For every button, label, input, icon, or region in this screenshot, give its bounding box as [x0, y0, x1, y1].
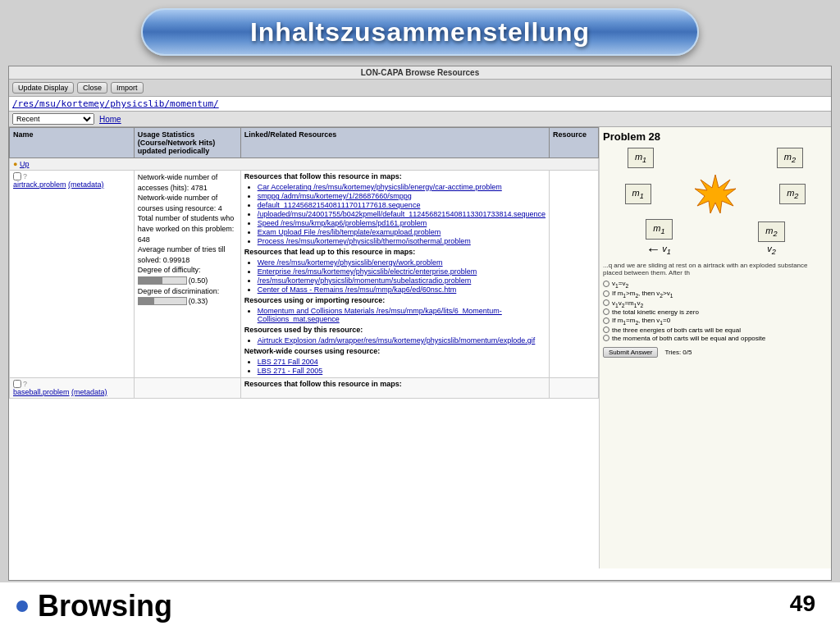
linked-exam-link[interactable]: Exam Upload File /res/lib/template/examu… [258, 228, 441, 236]
airtrack-checkbox[interactable] [13, 172, 21, 180]
radio-circle-4[interactable] [603, 308, 609, 315]
table-row-baseball: ? baseball.problem (metadata) Resources … [10, 378, 599, 399]
radio-option-1: v1=v2 [603, 280, 828, 289]
browsing-label: Browsing [38, 589, 172, 623]
left-panel: Name Usage Statistics (Course/Network Hi… [9, 127, 600, 568]
recent-dropdown[interactable]: Recent [12, 113, 94, 125]
nav-bar: Recent Home [9, 112, 831, 127]
radio-circle-6[interactable] [603, 326, 609, 333]
svg-marker-0 [695, 175, 736, 213]
airtrack-stats-text: Network-wide number of accesses (hits): … [138, 172, 237, 307]
explosion-icon [695, 173, 736, 214]
radio-circle-3[interactable] [603, 299, 609, 306]
radio-option-5: If m1=m2, then v1=0 [603, 317, 828, 326]
airtrack-stats-cell: Network-wide number of accesses (hits): … [134, 171, 240, 378]
radio-option-6: the three energies of both carts will be… [603, 326, 828, 334]
course-lbs-2004-link[interactable]: LBS 271 Fall 2004 [258, 358, 318, 366]
radio-circle-2[interactable] [603, 290, 609, 297]
using-momentum-link[interactable]: Momentum and Collisions Materials /res/m… [258, 307, 502, 323]
linked-default1-link[interactable]: default_1124568215408111701177618.sequen… [258, 201, 421, 209]
linked-uploaded-link[interactable]: /uploaded/msu/24001755/b042kpmell/defaul… [258, 210, 546, 218]
m2-box-1: m2 [777, 148, 803, 168]
arrow-left-icon: ← [646, 241, 660, 258]
lead-enterprise-link[interactable]: Enterprise /res/msu/kortemey/physicslib/… [258, 267, 477, 276]
col-linked: Linked/Related Resources [240, 128, 549, 158]
table-row-airtrack: ? airtrack.problem (metadata) Network-wi… [10, 171, 599, 378]
baseball-stats-cell [134, 378, 240, 399]
path-bar: /res/msu/kortemey/physicslib/momentum/ [9, 97, 831, 112]
slide-title: Inhaltszusammenstellung [250, 17, 590, 48]
baseball-resource-cell [550, 378, 599, 399]
lead-centerofmass-link[interactable]: Center of Mass - Remains /res/msu/mmp/ka… [258, 285, 457, 294]
baseball-metadata-link[interactable]: (metadata) [71, 388, 107, 396]
page-number: 49 [790, 591, 815, 617]
radio-option-3: v1v2=m1v2 [603, 299, 828, 308]
col-name: Name [10, 128, 135, 158]
close-button[interactable]: Close [77, 82, 107, 94]
content-area: Name Usage Statistics (Course/Network Hi… [9, 127, 831, 568]
lead-subelastic-link[interactable]: /res/msu/kortemey/physicslib/momentum/su… [258, 276, 472, 285]
linked-car-link[interactable]: Car Accelerating /res/msu/kortemey/physi… [258, 183, 502, 191]
diagram1: m1 m2 [603, 148, 828, 168]
diagram2: m1 m2 [603, 173, 828, 214]
up-cell: ● Up [10, 158, 599, 171]
path-link[interactable]: /res/msu/kortemey/physicslib/momentum/ [12, 98, 219, 109]
radio-option-7: the momenta of both carts will be equal … [603, 335, 828, 342]
bottom-bar: Browsing 49 [0, 582, 840, 630]
linked-process-link[interactable]: Process /res/msu/kortemey/physicslib/the… [258, 237, 471, 245]
submit-row: Submit Answer Tries: 0/5 [603, 347, 828, 358]
airtrack-resource-cell [550, 171, 599, 378]
problem-title: Problem 28 [603, 130, 828, 143]
m1-box-3: m1 [646, 219, 672, 240]
airtrack-linked-cell: Resources that follow this resource in m… [240, 171, 549, 378]
resources-table: Name Usage Statistics (Course/Network Hi… [9, 127, 599, 399]
airtrack-problem-link[interactable]: airtrack.problem [13, 180, 66, 189]
airtrack-name-cell: ? airtrack.problem (metadata) [10, 171, 135, 378]
baseball-checkbox[interactable] [13, 380, 21, 388]
m2-box-2: m2 [779, 184, 806, 204]
used-airtruck-link[interactable]: Airtruck Explosion /adm/wrapper/res/msu/… [258, 336, 536, 345]
browser-window: LON-CAPA Browse Resources Update Display… [8, 66, 832, 581]
bullet-icon [16, 600, 28, 612]
import-button[interactable]: Import [111, 82, 144, 94]
v2-label: v2 [758, 244, 784, 256]
radio-options: v1=v2 If m1>m2, then v2>v1 v1v2=m1v2 the… [603, 280, 828, 341]
update-display-button[interactable]: Update Display [12, 82, 74, 94]
baseball-name-cell: ? baseball.problem (metadata) [10, 378, 135, 399]
submit-answer-button[interactable]: Submit Answer [603, 347, 658, 358]
problem-description: ...q and we are sliding at rest on a air… [603, 262, 828, 276]
baseball-linked-cell: Resources that follow this resource in m… [240, 378, 549, 399]
right-panel: Problem 28 m1 m2 m1 m2 [600, 127, 831, 568]
lead-were-link[interactable]: Were /res/msu/kortemey/physicslib/energy… [258, 258, 443, 267]
loncapa-header: LON-CAPA Browse Resources [9, 66, 831, 80]
radio-circle-1[interactable] [603, 281, 609, 287]
radio-option-4: the total kinetic energy is zero [603, 308, 828, 316]
course-lbs-2005-link[interactable]: LBS 271 - Fall 2005 [258, 367, 323, 375]
m2-box-3: m2 [758, 221, 784, 242]
col-resource: Resource [550, 128, 599, 158]
linked-smppg-link[interactable]: smppg /adm/msu/kortemey/1/28687660/smppg [258, 192, 412, 200]
radio-circle-5[interactable] [603, 317, 609, 324]
airtrack-metadata-link[interactable]: (metadata) [68, 180, 104, 189]
linked-speed-link[interactable]: Speed /res/msu/kmp/kap6/problems/pd161.p… [258, 219, 427, 227]
browser-toolbar: Update Display Close Import [9, 80, 831, 97]
v1-label: v1 [662, 244, 671, 256]
diagram3: m1 ← v1 m2 v2 [603, 219, 828, 258]
col-usage: Usage Statistics (Course/Network Hits) u… [134, 128, 240, 158]
radio-option-2: If m1>m2, then v2>v1 [603, 290, 828, 299]
home-link[interactable]: Home [99, 115, 121, 124]
baseball-problem-link[interactable]: baseball.problem [13, 388, 70, 396]
m1-box-1: m1 [628, 148, 654, 168]
radio-circle-7[interactable] [603, 335, 609, 341]
table-row-up: ● Up [10, 158, 599, 171]
tries-label: Tries: 0/5 [664, 349, 692, 356]
title-bar: Inhaltszusammenstellung [141, 8, 699, 56]
m1-box-2: m1 [625, 184, 651, 204]
up-link[interactable]: Up [20, 160, 30, 168]
